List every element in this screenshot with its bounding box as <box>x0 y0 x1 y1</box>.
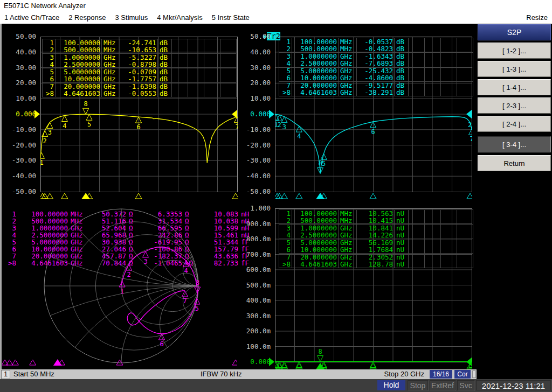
marker-row: 55.0000000GHz-0.0709dB <box>43 68 236 75</box>
tr2-marker-table: 1100.00000MHz-0.0537dB2500.00000MHz-0.48… <box>279 38 473 96</box>
tr1-marker-table: 1100.00000MHz-24.741dB2500.00000MHz-10.6… <box>42 39 237 97</box>
marker-row: 1100.00000MHz50.372Ω6.3353Ω10.083nH <box>4 211 256 218</box>
svg-text:7: 7 <box>470 135 472 143</box>
svg-text:2: 2 <box>43 137 47 145</box>
softkey-button-3-4[interactable]: [ 3-4 ]... <box>478 136 551 152</box>
marker-row: 55.0000000GHz-25.432dB <box>279 67 473 74</box>
marker-row: 720.000000GHz2.3052nU <box>279 253 473 261</box>
stimulus-marker <box>370 193 376 199</box>
svg-text:4: 4 <box>63 122 66 130</box>
marker-row: 31.0000000GHz-5.3227dB <box>43 53 236 61</box>
marker-row: 610.000000GHz-1.7757dB <box>43 75 236 82</box>
marker-row: 1100.00000MHz10.563nU <box>279 210 473 217</box>
marker-row: >84.6461603GHz-38.291dB <box>279 89 473 96</box>
svg-text:3: 3 <box>282 123 286 131</box>
svg-text:3: 3 <box>48 129 52 136</box>
marker-row: 720.000000GHz-1.6398dB <box>43 82 236 90</box>
menu-item-5-instr-state[interactable]: 5 Instr State <box>212 13 250 22</box>
tr1-title: Tr1 S33 Log Mag 10.00dB/ Ref 0.000dB [F2… <box>5 25 229 32</box>
stimulus-marker <box>296 193 302 199</box>
marker-5: 5 <box>86 114 92 128</box>
softkey-button-1-2[interactable]: [ 1-2 ]... <box>478 43 551 59</box>
stimulus-marker <box>12 360 18 365</box>
axis-tick: 500.0m <box>236 282 271 289</box>
stimulus-marker-active <box>53 359 62 366</box>
svg-text:1: 1 <box>120 288 124 295</box>
e5071c-window: E5071C Network Analyzer 1 Active Ch/Trac… <box>0 0 552 392</box>
marker-3: 3 <box>281 117 287 131</box>
stop-frequency: Stop 20 GHz <box>384 369 424 379</box>
stimulus-marker <box>61 193 68 199</box>
ifbw-value: IFBW 70 kHz <box>201 369 242 379</box>
axis-tick: 100.0m <box>236 343 271 351</box>
axis-tick: -50.00 <box>2 188 36 195</box>
axis-tick: 50.00 <box>2 33 36 40</box>
menu-item-3-stimulus[interactable]: 3 Stimulus <box>115 13 148 22</box>
stimulus-marker <box>2 360 8 365</box>
marker-4: 4 <box>61 116 67 130</box>
marker-row: 610.000000GHz27.046Ω-100.86Ω157.79fF <box>4 246 256 253</box>
axis-tick: -20.00 <box>2 142 36 149</box>
svg-text:7: 7 <box>235 123 238 131</box>
tr3-marker-table: 1100.00000MHz50.372Ω6.3353Ω10.083nH2500.… <box>4 211 256 267</box>
softkey-menu-title: S2P <box>478 24 551 40</box>
svg-text:5: 5 <box>322 160 326 167</box>
instrument-status-bar: Hold Stop ExtRef Svc 2021-12-23 11:21 <box>0 379 552 392</box>
stimulus-marker <box>232 193 238 199</box>
svg-text:6: 6 <box>136 123 140 131</box>
svg-text:2: 2 <box>127 271 130 278</box>
correction-badge: Cor <box>454 370 471 379</box>
tr1-ref-level-icon <box>34 110 40 118</box>
axis-tick: -40.00 <box>2 172 36 180</box>
marker-row: 2500.00000MHz51.116Ω31.534Ω10.038nH <box>4 218 256 225</box>
softkey-button-2-4[interactable]: [ 2-4 ]... <box>478 116 551 132</box>
svg-text:8: 8 <box>318 159 322 167</box>
menu-bar: 1 Active Ch/Trace2 Response3 Stimulus4 M… <box>0 12 552 24</box>
start-frequency: Start 50 MHz <box>13 369 54 379</box>
marker-row: 2500.00000MHz10.415nU <box>279 217 473 224</box>
marker-row: >84.6461603GHz70.844Ω-1.0465kΩ82.733fF <box>4 260 256 267</box>
marker-row: 720.000000GHz-9.5177dB <box>279 81 473 89</box>
ref-level-right-icon <box>232 110 237 118</box>
stimulus-marker <box>116 360 123 365</box>
marker-row: 720.000000GHz457.87Ω-182.37Ω43.636fF <box>4 253 256 260</box>
marker-row: 42.5000000GHz-7.6893dB <box>279 60 473 67</box>
marker-row: 55.0000000GHz30.938Ω-619.95Ω51.344fF <box>4 239 256 246</box>
marker-row: 2500.00000MHz-10.653dB <box>43 46 236 53</box>
axis-tick: 600.0m <box>236 266 271 274</box>
axis-tick: 20.00 <box>2 79 36 87</box>
marker-row: 55.0000000GHz56.169nU <box>279 239 473 246</box>
axis-tick: 40.00 <box>2 48 36 56</box>
marker-7: 7 <box>182 291 188 305</box>
softkey-button-2-3[interactable]: [ 2-3 ]... <box>478 97 551 114</box>
menu-item-4-mkr/analysis[interactable]: 4 Mkr/Analysis <box>157 13 203 22</box>
tr2-ref-level-icon <box>269 110 274 118</box>
axis-tick: 200.0m <box>236 327 271 335</box>
resize-button[interactable]: Resize <box>526 12 548 24</box>
menu-item-2-response[interactable]: 2 Response <box>68 13 106 22</box>
axis-tick: 0.000 <box>236 358 271 366</box>
axis-tick: -10.00 <box>2 126 36 134</box>
svg-text:6: 6 <box>160 340 163 348</box>
softkey-sidebar: S2P [ 1-2 ]...[ 1-3 ]...[ 1-4 ]...[ 2-3 … <box>477 24 552 379</box>
stimulus-marker <box>232 360 237 365</box>
marker-2: 2 <box>42 131 48 145</box>
softkey-button-1-4[interactable]: [ 1-4 ]... <box>478 79 551 95</box>
trace-number: 2 <box>468 121 472 129</box>
hold-status-badge: Hold <box>377 380 405 390</box>
marker-row: 31.0000000GHz10.841nU <box>279 224 473 232</box>
menu-item-1-active-ch/trace[interactable]: 1 Active Ch/Trace <box>4 13 59 22</box>
return-button[interactable]: Return <box>478 155 551 171</box>
stimulus-marker <box>135 193 142 199</box>
axis-tick: 300.0m <box>236 312 271 320</box>
svg-text:8: 8 <box>84 100 87 108</box>
window-title: E5071C Network Analyzer <box>4 2 86 10</box>
svg-text:4: 4 <box>184 267 188 275</box>
marker-row: 1100.00000MHz-0.0537dB <box>279 38 473 45</box>
marker-row: 610.000000GHz1.7684nU <box>279 246 473 253</box>
stimulus-marker <box>30 360 36 365</box>
axis-tick: 10.00 <box>2 95 36 102</box>
softkey-button-1-3[interactable]: [ 1-3 ]... <box>478 61 551 77</box>
axis-tick: 400.0m <box>236 297 271 304</box>
tr4-marker-table: 1100.00000MHz10.563nU2500.00000MHz10.415… <box>279 209 473 268</box>
